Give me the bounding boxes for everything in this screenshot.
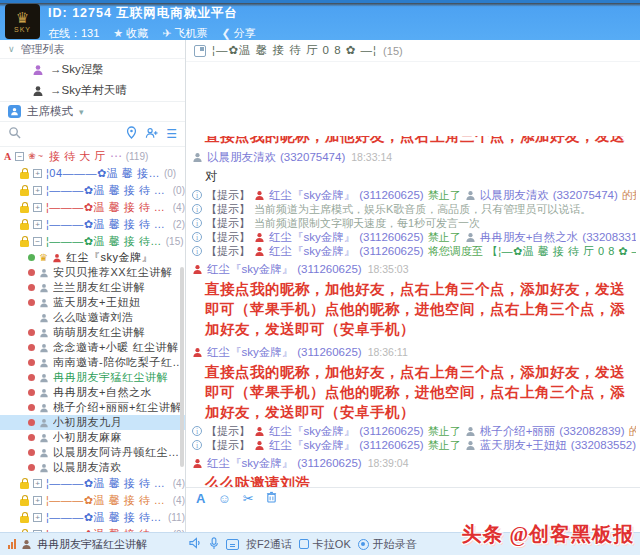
info-icon: i <box>192 204 202 214</box>
channel-row[interactable]: +¦———✿温 馨 接 待 厅…(0) <box>0 526 185 532</box>
microphone-icon[interactable] <box>209 537 219 552</box>
info-icon: i <box>192 232 202 242</box>
target-avatar-icon <box>465 190 476 201</box>
actor-avatar-icon <box>254 426 265 437</box>
user-name: (311260625) <box>359 245 423 257</box>
chat-panel: ¦—✿温 馨 接 待 厅 0 8 ✿ —¦ (15) 直接点我的昵称，加他好友，… <box>186 40 640 532</box>
tip-channel-name: 【¦—✿温 馨 接 待 厅 0 8 ✿ —¦】， <box>487 244 636 258</box>
member-row[interactable]: 以晨朋友清欢 <box>0 460 185 475</box>
member-row[interactable]: 小初朋友麻麻 <box>0 430 185 445</box>
add-user-icon[interactable] <box>145 127 158 142</box>
admin-item[interactable]: →Sky涅槃 <box>0 59 185 80</box>
channel-row[interactable]: +¦———✿温 馨 接 待 厅…(0) <box>0 182 185 199</box>
member-row[interactable]: 以晨朋友阿诗丹顿红尘讲解 <box>0 445 185 460</box>
message-time: 18:35:03 <box>368 263 409 275</box>
share-label: 分享 <box>234 26 256 41</box>
trash-icon[interactable] <box>266 491 277 505</box>
star-icon: ★ <box>113 27 123 40</box>
push-to-talk-button[interactable]: 按F2通话 <box>246 537 292 552</box>
member-name: 安贝贝推荐XX红尘讲解 <box>53 265 172 280</box>
current-user-status: 冉冉朋友宇猛红尘讲解 <box>0 537 185 552</box>
expand-icon: + <box>33 513 42 522</box>
karaoke-button[interactable]: 卡拉OK <box>299 537 351 552</box>
broadcast-message-text: 直接点我的昵称，加他好友，点右上角三个点，添加好友，发送即可（苹果手机）点他的昵… <box>192 277 636 341</box>
channel-row[interactable]: +¦———✿温 馨 接 待 厅…(4) <box>0 492 185 509</box>
channel-row[interactable]: +¦04———✿温 馨 接…(0) <box>0 165 185 182</box>
channel-row[interactable]: +¦———✿温 馨 接 待 厅…(4) <box>0 475 185 492</box>
channel-count: (4) <box>173 478 185 489</box>
channel-row[interactable]: +¦———✿温 馨 接 待 …(11) <box>0 509 185 526</box>
message-list: 直接点我的昵称，加他好友，点右上角三个点，添加好友，发送即可（苹果手机）点他的昵… <box>186 62 640 487</box>
mode-selector[interactable]: 主席模式 ▾ <box>0 101 185 122</box>
info-icon: i <box>192 426 202 436</box>
lock-icon <box>20 206 29 213</box>
tip-suffix: 的打字， <box>629 424 636 438</box>
tip-action: 禁止了 <box>428 424 461 438</box>
header-action-plane[interactable]: ✈飞机票 <box>162 26 207 41</box>
channel-label: 接 待 大 厅 <box>49 149 106 164</box>
admin-item[interactable]: →Sky羊村天晴 <box>0 80 185 101</box>
speaker-icon[interactable] <box>189 537 202 551</box>
member-avatar-icon <box>52 253 62 263</box>
channel-tab[interactable]: ¦—✿温 馨 接 待 厅 0 8 ✿ —¦ (15) <box>186 40 640 62</box>
message-time: 18:39:04 <box>368 457 409 469</box>
member-avatar-icon <box>39 373 49 383</box>
member-avatar-icon <box>39 388 49 398</box>
member-avatar-icon <box>39 418 49 428</box>
room-category-row[interactable]: A−❀~接 待 大 厅⋯(119) <box>0 147 185 165</box>
member-name: 兰兰朋友红尘讲解 <box>53 280 145 295</box>
manage-list-label: 管理列表 <box>21 42 65 57</box>
karaoke-label: 卡拉OK <box>313 537 351 552</box>
tip-label: 【提示】 <box>206 216 250 230</box>
target-avatar-icon <box>465 440 476 451</box>
tip-label: 【提示】 <box>206 202 250 216</box>
channel-row[interactable]: −¦———✿温 馨 接 待…(15) <box>0 233 185 250</box>
actor-avatar-icon <box>254 232 265 243</box>
sidebar-scrollbar[interactable] <box>180 267 184 467</box>
member-row[interactable]: 蓝天朋友+王妞妞 <box>0 295 185 310</box>
member-row[interactable]: 念念邀请+小暖 红尘讲解 <box>0 340 185 355</box>
channel-logo: ♛ SKY <box>5 4 40 39</box>
tip-label: 【提示】 <box>206 438 250 452</box>
member-row[interactable]: 么么哒邀请刘浩 <box>0 310 185 325</box>
info-icon: i <box>192 246 202 256</box>
sound-settings-icon[interactable] <box>226 539 239 550</box>
member-row[interactable]: 小初朋友九月 <box>0 415 185 430</box>
location-icon[interactable] <box>126 126 137 142</box>
sidebar: ∨ 管理列表 →Sky涅槃→Sky羊村天晴 主席模式 ▾ <box>0 40 186 532</box>
emoji-icon[interactable]: ☺ <box>217 492 230 505</box>
user-name: (332082839) <box>559 425 624 437</box>
member-row[interactable]: 安贝贝推荐XX红尘讲解 <box>0 265 185 280</box>
member-row[interactable]: ♛红尘『sky金牌』 <box>0 250 185 265</box>
member-row[interactable]: 兰兰朋友红尘讲解 <box>0 280 185 295</box>
scissors-icon[interactable]: ✂ <box>243 492 254 505</box>
user-name: (332075474) <box>280 151 345 163</box>
lock-icon <box>20 482 29 489</box>
channel-row[interactable]: +¦———✿温 馨 接 待 厅…(2) <box>0 216 185 233</box>
expand-icon: + <box>33 479 42 488</box>
font-icon[interactable]: A <box>196 492 205 505</box>
channel-count: (4) <box>173 202 185 213</box>
member-avatar-icon <box>39 448 49 458</box>
member-row[interactable]: 桃子介绍+丽丽+红尘讲解 <box>0 400 185 415</box>
search-icon[interactable] <box>8 126 21 142</box>
user-name: (311260625) <box>359 425 423 437</box>
member-row[interactable]: 南南邀请-陪你吃梨子红尘讲 <box>0 355 185 370</box>
member-row[interactable]: 冉冉朋友宇猛红尘讲解 <box>0 370 185 385</box>
red-status-dot <box>28 434 35 441</box>
member-row[interactable]: 萌萌朋友红尘讲解 <box>0 325 185 340</box>
member-row[interactable]: 冉冉朋友+自然之水 <box>0 385 185 400</box>
message-time: 18:36:11 <box>368 346 408 358</box>
popout-icon[interactable] <box>194 45 206 57</box>
manage-list-header[interactable]: ∨ 管理列表 <box>0 40 185 59</box>
member-avatar-icon <box>39 463 49 473</box>
list-view-icon[interactable]: ☰ <box>166 127 177 141</box>
header-action-share[interactable]: ❮分享 <box>221 26 255 41</box>
lock-icon <box>20 172 29 179</box>
channel-count: (2) <box>173 219 185 230</box>
channel-row[interactable]: +¦———✿温 馨 接 待 厅…(4) <box>0 199 185 216</box>
tip-text: 当前频道限制文字聊天速度，每1秒可发言一次 <box>254 216 480 230</box>
header-action-star[interactable]: ★收藏 <box>113 26 148 41</box>
user-name: 红尘『sky金牌』 <box>207 345 293 360</box>
record-button[interactable]: 开始录音 <box>358 537 417 552</box>
